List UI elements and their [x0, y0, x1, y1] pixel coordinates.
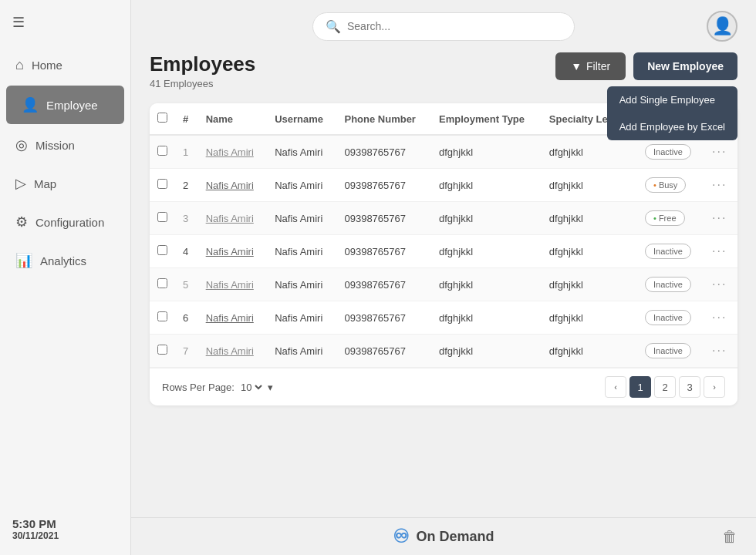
- sidebar-item-employee[interactable]: 👤 Employee: [6, 86, 124, 124]
- row-actions-menu[interactable]: ···: [712, 244, 727, 257]
- row-phone: 09398765767: [336, 235, 431, 268]
- sidebar-item-home[interactable]: ⌂ Home: [0, 46, 130, 84]
- row-name[interactable]: Nafis Amiri: [198, 202, 267, 235]
- row-phone: 09398765767: [336, 202, 431, 235]
- row-checkbox-cell: [150, 335, 175, 368]
- row-name[interactable]: Nafis Amiri: [198, 135, 267, 169]
- row-actions-menu[interactable]: ···: [712, 145, 727, 158]
- row-checkbox-cell: [150, 301, 175, 335]
- row-name[interactable]: Nafis Amiri: [198, 169, 267, 202]
- employee-name-link[interactable]: Nafis Amiri: [206, 146, 254, 158]
- prev-page-button[interactable]: ‹: [605, 376, 626, 398]
- home-icon: ⌂: [15, 57, 24, 73]
- rows-per-page: Rows Per Page: 10 25 50 ▾: [162, 381, 273, 394]
- row-name[interactable]: Nafis Amiri: [198, 335, 267, 368]
- next-page-button[interactable]: ›: [704, 376, 725, 398]
- employee-name-link[interactable]: Nafis Amiri: [206, 345, 254, 357]
- row-actions-menu[interactable]: ···: [712, 278, 727, 291]
- row-name[interactable]: Nafis Amiri: [198, 301, 267, 335]
- employee-name-link[interactable]: Nafis Amiri: [206, 312, 254, 324]
- row-actions-menu[interactable]: ···: [712, 311, 727, 324]
- sidebar-item-configuration[interactable]: ⚙ Configuration: [0, 203, 130, 241]
- row-checkbox[interactable]: [157, 179, 167, 189]
- page-content: Employees 41 Employees ▼ Filter New Empl…: [131, 52, 756, 517]
- table-row: 3 Nafis Amiri Nafis Amiri 09398765767 df…: [150, 202, 737, 235]
- row-num: 6: [175, 301, 198, 335]
- employee-name-link[interactable]: Nafis Amiri: [206, 246, 254, 257]
- sidebar-item-label-home: Home: [32, 59, 62, 72]
- add-employee-excel-item[interactable]: Add Employee by Excel: [607, 113, 737, 140]
- table-body: 1 Nafis Amiri Nafis Amiri 09398765767 df…: [150, 135, 737, 368]
- row-username: Nafis Amiri: [267, 235, 336, 268]
- row-checkbox[interactable]: [157, 311, 167, 321]
- sidebar-item-analytics[interactable]: 📊 Analytics: [0, 241, 130, 280]
- status-badge[interactable]: Free: [645, 210, 685, 226]
- hamburger-menu[interactable]: ☰: [0, 0, 130, 39]
- header-name: Name: [198, 103, 267, 135]
- row-checkbox[interactable]: [157, 212, 167, 222]
- row-checkbox[interactable]: [157, 278, 167, 288]
- new-employee-dropdown: Add Single Employee Add Employee by Exce…: [607, 86, 737, 140]
- row-num: 5: [175, 268, 198, 301]
- page-title: Employees: [150, 52, 255, 76]
- row-num: 1: [175, 135, 198, 169]
- status-badge[interactable]: Inactive: [645, 343, 691, 358]
- sidebar-item-label-employee: Employee: [46, 99, 98, 112]
- row-checkbox[interactable]: [157, 245, 167, 255]
- row-checkbox[interactable]: [157, 146, 167, 156]
- add-single-employee-item[interactable]: Add Single Employee: [607, 86, 737, 113]
- page-3-button[interactable]: 3: [679, 376, 700, 398]
- row-status: Busy: [637, 169, 704, 202]
- trash-icon[interactable]: 🗑: [722, 528, 737, 546]
- filter-button[interactable]: ▼ Filter: [555, 52, 626, 80]
- page-title-block: Employees 41 Employees: [150, 52, 255, 89]
- row-checkbox-cell: [150, 135, 175, 169]
- employee-name-link[interactable]: Nafis Amiri: [206, 213, 254, 224]
- row-username: Nafis Amiri: [267, 301, 336, 335]
- new-employee-button[interactable]: New Employee: [633, 52, 737, 80]
- row-phone: 09398765767: [336, 335, 431, 368]
- main-content: 🔍 👤 Employees 41 Employees ▼ Filter New …: [131, 0, 756, 555]
- row-employment-type: dfghjkkl: [431, 135, 542, 169]
- row-name[interactable]: Nafis Amiri: [198, 268, 267, 301]
- page-1-button[interactable]: 1: [629, 376, 651, 398]
- status-badge[interactable]: Inactive: [645, 277, 691, 292]
- sidebar-item-label-mission: Mission: [35, 139, 75, 152]
- status-badge[interactable]: Inactive: [645, 144, 691, 160]
- sidebar-item-map[interactable]: ▷ Map: [0, 164, 130, 203]
- page-subtitle: 41 Employees: [150, 78, 255, 89]
- row-employment-type: dfghjkkl: [431, 301, 542, 335]
- config-icon: ⚙: [15, 214, 28, 230]
- user-avatar[interactable]: 👤: [707, 11, 737, 42]
- row-status: Inactive: [637, 268, 704, 301]
- rows-per-page-select[interactable]: 10 25 50: [238, 381, 265, 394]
- row-checkbox[interactable]: [157, 345, 167, 355]
- status-badge[interactable]: Inactive: [645, 244, 691, 259]
- search-bar[interactable]: 🔍: [312, 12, 575, 41]
- avatar-icon: 👤: [712, 16, 733, 36]
- row-actions-menu[interactable]: ···: [712, 344, 727, 357]
- employee-name-link[interactable]: Nafis Amiri: [206, 180, 254, 191]
- row-employment-type: dfghjkkl: [431, 235, 542, 268]
- row-actions-menu[interactable]: ···: [712, 178, 727, 191]
- table-row: 7 Nafis Amiri Nafis Amiri 09398765767 df…: [150, 335, 737, 368]
- pagination: ‹ 1 2 3 ›: [605, 376, 725, 398]
- row-phone: 09398765767: [336, 268, 431, 301]
- employee-name-link[interactable]: Nafis Amiri: [206, 279, 254, 291]
- row-name[interactable]: Nafis Amiri: [198, 235, 267, 268]
- header-username: Username: [267, 103, 336, 135]
- row-phone: 09398765767: [336, 301, 431, 335]
- row-status: Inactive: [637, 235, 704, 268]
- row-actions-menu[interactable]: ···: [712, 211, 727, 224]
- search-input[interactable]: [347, 20, 562, 32]
- page-2-button[interactable]: 2: [654, 376, 676, 398]
- employees-table-wrapper: # Name Username Phone Number Employment …: [150, 103, 737, 405]
- status-badge[interactable]: Inactive: [645, 310, 691, 325]
- select-all-checkbox[interactable]: [157, 113, 167, 123]
- status-badge[interactable]: Busy: [645, 177, 686, 193]
- sidebar-item-mission[interactable]: ◎ Mission: [0, 126, 130, 164]
- filter-label: Filter: [586, 60, 610, 72]
- row-status: Inactive: [637, 301, 704, 335]
- row-employment-type: dfghjkkl: [431, 268, 542, 301]
- row-num: 4: [175, 235, 198, 268]
